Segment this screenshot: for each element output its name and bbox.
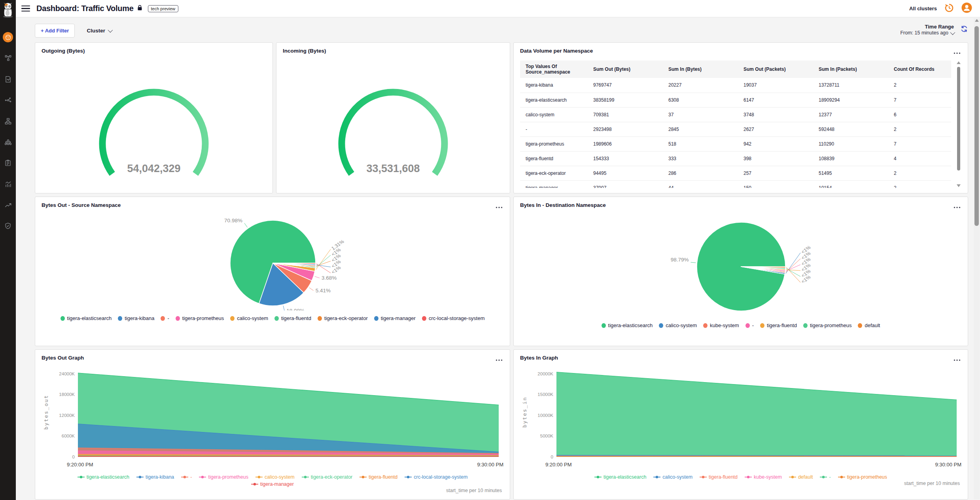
legend-item[interactable]: calico-system: [230, 315, 268, 321]
svg-text:bytes_in: bytes_in: [522, 397, 528, 428]
legend-dot-icon: [118, 316, 122, 321]
avatar-icon[interactable]: [961, 2, 972, 15]
bytes-out-area-chart[interactable]: 06000K12000K18000K24000K9:20:00 PM9:30:0…: [42, 364, 504, 471]
clusters-icon[interactable]: [3, 137, 13, 147]
history-icon[interactable]: [944, 3, 954, 15]
series-marker-icon: [700, 475, 707, 479]
legend-item[interactable]: kube-system: [703, 322, 739, 328]
legend-label: tigera-kibana: [125, 315, 154, 321]
dashboard-icon[interactable]: [3, 32, 13, 42]
column-header[interactable]: Sum In (Bytes): [664, 61, 740, 78]
legend-label: tigera-prometheus: [847, 474, 887, 480]
more-menu-icon[interactable]: [495, 355, 503, 364]
more-menu-icon[interactable]: [953, 355, 961, 364]
legend-label: calico-system: [237, 315, 268, 321]
legend-item[interactable]: default: [858, 322, 880, 328]
legend-item[interactable]: tigera-kibana: [118, 315, 154, 321]
table-scrollbar[interactable]: [956, 61, 961, 188]
legend-item[interactable]: crc-local-storage-system: [422, 315, 485, 321]
legend-label: tigera-manager: [260, 481, 294, 487]
legend-item[interactable]: calico-system: [255, 474, 295, 480]
scroll-thumb[interactable]: [974, 26, 979, 226]
security-shield-icon[interactable]: [3, 221, 13, 231]
trends-icon[interactable]: [3, 200, 13, 210]
add-filter-button[interactable]: + Add Filter: [35, 24, 75, 38]
column-header[interactable]: Count Of Records: [890, 61, 951, 78]
table-row: tigera-manager3700744150101542: [520, 180, 951, 188]
legend-label: tigera-elasticsearch: [87, 474, 129, 480]
incoming-bytes-gauge[interactable]: 33,531,608: [298, 76, 488, 187]
legend-item[interactable]: tigera-fluentd: [359, 474, 397, 480]
legend-item[interactable]: tigera-manager: [251, 481, 294, 487]
series-marker-icon: [820, 475, 827, 479]
flow-visualization-icon[interactable]: [3, 95, 13, 105]
legend-item[interactable]: tigera-elasticsearch: [78, 474, 129, 480]
legend-dot-icon: [61, 316, 65, 321]
statistics-icon[interactable]: [3, 179, 13, 189]
legend-item[interactable]: tigera-fluentd: [760, 322, 797, 328]
refresh-icon[interactable]: [960, 25, 968, 34]
more-menu-icon[interactable]: [495, 202, 503, 211]
legend-item[interactable]: tigera-fluentd: [700, 474, 738, 480]
svg-text:18.08%: 18.08%: [286, 308, 305, 311]
table-row: -2923498284526275924482: [520, 122, 951, 136]
bytes-in-area-chart[interactable]: 05000K10000K15000K20000K9:20:00 PM9:30:0…: [520, 364, 962, 471]
chevron-down-icon: [108, 28, 113, 33]
policies-icon[interactable]: [3, 74, 13, 84]
legend-item[interactable]: tigera-elasticsearch: [602, 322, 653, 328]
scroll-down-icon[interactable]: [957, 184, 961, 187]
legend-label: tigera-manager: [381, 315, 416, 321]
legend-item[interactable]: -: [745, 322, 754, 328]
legend-item[interactable]: tigera-eck-operator: [318, 315, 368, 321]
legend-item[interactable]: tigera-prometheus: [199, 474, 248, 480]
page-scrollbar[interactable]: [974, 18, 980, 499]
series-marker-icon: [251, 482, 258, 486]
scroll-thumb[interactable]: [957, 67, 960, 170]
column-header[interactable]: Sum Out (Bytes): [589, 61, 664, 78]
network-hierarchy-icon[interactable]: [3, 116, 13, 126]
legend-item[interactable]: tigera-elasticsearch: [61, 315, 112, 321]
legend-item[interactable]: tigera-prometheus: [838, 474, 887, 480]
time-range-value-dropdown[interactable]: From: 15 minutes ago: [900, 30, 954, 36]
legend-item[interactable]: -: [161, 315, 169, 321]
card-data-volume-table: Data Volume per Namespace Top Values Of …: [513, 42, 968, 193]
more-menu-icon[interactable]: [953, 48, 961, 57]
bytes-in-pie-chart[interactable]: 98.79%<1%<1%<1%<1%<1%<1%: [520, 211, 962, 318]
cluster-filter-dropdown[interactable]: Cluster: [87, 28, 112, 34]
legend-item[interactable]: tigera-prometheus: [176, 315, 224, 321]
menu-icon[interactable]: [21, 6, 30, 12]
topbar: Dashboard: Traffic Volume tech preview A…: [16, 0, 980, 17]
legend-item[interactable]: tigera-fluentd: [274, 315, 311, 321]
compliance-reports-icon[interactable]: [3, 158, 13, 168]
legend-item[interactable]: tigera-eck-operator: [302, 474, 353, 480]
scroll-up-icon[interactable]: [957, 61, 961, 64]
card-bytes-out-pie: Bytes Out - Source Namespace 70.98%18.08…: [35, 197, 510, 346]
legend-item[interactable]: calico-system: [659, 322, 697, 328]
outgoing-bytes-gauge[interactable]: 54,042,329: [59, 76, 249, 187]
scroll-up-icon[interactable]: [975, 19, 979, 22]
legend-label: tigera-fluentd: [709, 474, 738, 480]
legend-item[interactable]: calico-system: [653, 474, 692, 480]
legend-dot-icon: [374, 316, 378, 321]
legend-item[interactable]: tigera-kibana: [136, 474, 174, 480]
legend-item[interactable]: -: [820, 474, 831, 480]
legend-item[interactable]: crc-local-storage-system: [405, 474, 467, 480]
legend-item[interactable]: tigera-elasticsearch: [594, 474, 646, 480]
legend-item[interactable]: tigera-manager: [374, 315, 416, 321]
more-menu-icon[interactable]: [953, 202, 961, 211]
legend-item[interactable]: -: [181, 474, 192, 480]
legend-item[interactable]: default: [789, 474, 813, 480]
legend-label: -: [167, 315, 169, 321]
service-graph-icon[interactable]: [3, 53, 13, 63]
legend-item[interactable]: tigera-prometheus: [803, 322, 852, 328]
column-header[interactable]: Top Values Of Source_namespace: [520, 61, 589, 78]
legend-item[interactable]: kube-system: [745, 474, 782, 480]
chevron-down-icon: [950, 30, 955, 35]
tech-preview-badge: tech preview: [148, 5, 179, 12]
svg-text:20000K: 20000K: [537, 371, 553, 376]
bytes-out-pie-chart[interactable]: 70.98%18.08%5.41%3.68%1.31%<1%<1%<1%<1%: [42, 211, 504, 311]
column-header[interactable]: Sum In (Packets): [815, 61, 890, 78]
column-header[interactable]: Sum Out (Packets): [740, 61, 815, 78]
lock-icon: [137, 5, 142, 12]
cluster-selector[interactable]: All clusters: [909, 6, 937, 11]
